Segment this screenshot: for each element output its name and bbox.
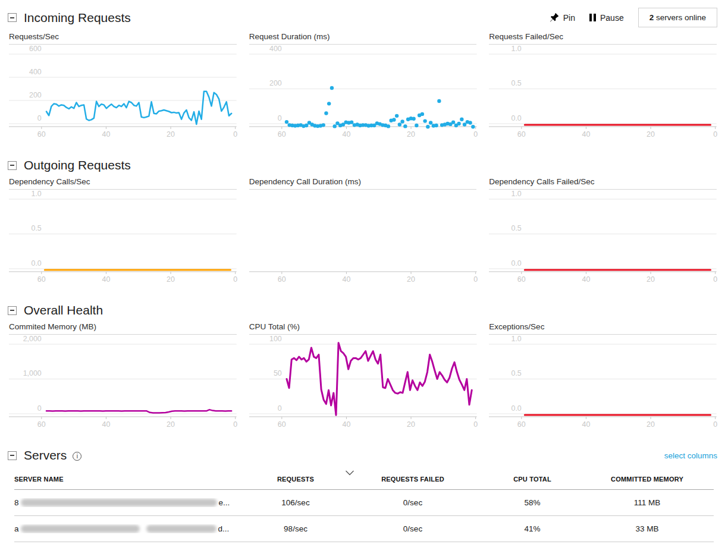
svg-text:400: 400 [269, 45, 282, 53]
server-row-2[interactable]: a d... 98/sec 0/sec 41% 33 MB [14, 516, 714, 542]
servers-online-count: 2 [649, 13, 654, 22]
svg-text:200: 200 [269, 79, 282, 87]
pin-button[interactable]: Pin [550, 12, 575, 23]
chart-requests-failed-per-sec: Requests Failed/Sec 1.00.50.06040200 [489, 32, 717, 140]
redacted-server-name [21, 525, 140, 533]
svg-text:40: 40 [102, 420, 111, 429]
servers-table: SERVER NAME REQUESTS REQUESTS FAILED CPU… [14, 466, 714, 542]
svg-text:60: 60 [37, 275, 46, 284]
svg-text:0: 0 [473, 420, 478, 429]
svg-text:20: 20 [167, 130, 175, 139]
pushpin-icon [550, 12, 559, 23]
svg-text:0.5: 0.5 [512, 224, 522, 232]
section-header-servers: Servers i select columns [0, 444, 728, 466]
exceptions-per-sec-plot: 1.00.50.06040200 [489, 335, 717, 430]
section-title-overall-health: Overall Health [24, 303, 103, 317]
svg-text:20: 20 [407, 275, 415, 284]
svg-text:20: 20 [647, 420, 655, 429]
info-icon[interactable]: i [73, 452, 81, 461]
servers-table-header: SERVER NAME REQUESTS REQUESTS FAILED CPU… [14, 466, 714, 490]
column-header-requests[interactable]: REQUESTS [250, 476, 341, 483]
svg-text:20: 20 [167, 275, 175, 284]
section-title-outgoing-requests: Outgoing Requests [24, 158, 131, 172]
svg-text:0.0: 0.0 [512, 114, 522, 122]
collapse-servers-icon[interactable] [8, 451, 17, 460]
server-name-cell: a d... [14, 524, 250, 533]
svg-text:20: 20 [407, 130, 415, 139]
minus-icon [10, 165, 14, 166]
svg-text:0.5: 0.5 [31, 224, 41, 232]
svg-text:60: 60 [278, 420, 286, 429]
incoming-requests-charts: Requests/Sec 60040020006040200 Request D… [0, 32, 728, 140]
svg-text:200: 200 [29, 91, 42, 99]
svg-text:20: 20 [647, 275, 655, 284]
pause-button[interactable]: Pause [589, 13, 624, 23]
collapse-outgoing-requests-icon[interactable] [8, 161, 17, 170]
svg-text:40: 40 [582, 130, 591, 139]
svg-text:2,000: 2,000 [23, 335, 42, 343]
svg-text:40: 40 [582, 275, 591, 284]
svg-text:0: 0 [233, 420, 237, 429]
svg-text:40: 40 [342, 130, 350, 139]
chart-requests-per-sec: Requests/Sec 60040020006040200 [9, 32, 237, 140]
svg-text:60: 60 [517, 130, 526, 139]
svg-text:0: 0 [473, 275, 478, 284]
select-columns-link[interactable]: select columns [664, 451, 717, 460]
svg-text:50: 50 [274, 369, 282, 377]
redacted-server-name [21, 499, 217, 506]
svg-text:60: 60 [37, 130, 46, 139]
svg-text:0: 0 [233, 130, 237, 139]
svg-text:20: 20 [407, 420, 415, 429]
section-title-incoming-requests: Incoming Requests [24, 11, 131, 25]
column-header-requests-failed[interactable]: REQUESTS FAILED [341, 476, 484, 483]
svg-text:60: 60 [278, 275, 286, 284]
dependency-calls-failed-per-sec-plot: 1.00.50.06040200 [489, 190, 717, 285]
svg-text:40: 40 [102, 130, 111, 139]
requests-failed-value: 0/sec [341, 524, 484, 533]
section-title-servers: Servers [24, 448, 67, 463]
committed-memory-plot: 2,0001,00006040200 [9, 335, 237, 430]
svg-text:40: 40 [342, 275, 350, 284]
svg-text:20: 20 [647, 130, 655, 139]
chart-title: Requests Failed/Sec [489, 32, 717, 45]
servers-online-badge: 2 servers online [638, 8, 717, 27]
chart-title: Commited Memory (MB) [9, 322, 237, 335]
column-header-server-name[interactable]: SERVER NAME [14, 476, 250, 483]
server-row-1[interactable]: 8 e... 106/sec 0/sec 58% 111 MB [14, 490, 714, 516]
svg-text:1.0: 1.0 [512, 45, 522, 53]
svg-text:400: 400 [29, 68, 42, 76]
column-header-cpu-total[interactable]: CPU TOTAL [484, 476, 580, 483]
chart-dependency-call-duration: Dependency Call Duration (ms) 6040200 [249, 177, 477, 285]
sort-chevron-down-icon[interactable] [345, 470, 354, 477]
svg-text:0.0: 0.0 [512, 404, 522, 413]
chart-committed-memory: Commited Memory (MB) 2,0001,00006040200 [9, 322, 237, 430]
chart-title: CPU Total (%) [249, 322, 477, 335]
svg-text:1.0: 1.0 [512, 190, 522, 198]
collapse-incoming-requests-icon[interactable] [8, 13, 17, 22]
svg-text:600: 600 [29, 45, 42, 53]
section-header-incoming-requests: Incoming Requests Pin Pause 2 servers on… [0, 4, 728, 31]
request-duration-plot: 40020006040200 [249, 45, 477, 140]
svg-text:1.0: 1.0 [31, 190, 41, 198]
svg-text:60: 60 [37, 420, 46, 429]
column-header-committed-memory[interactable]: COMMITTED MEMORY [580, 476, 714, 483]
server-name-suffix: e... [219, 498, 230, 507]
section-header-outgoing-requests: Outgoing Requests [0, 154, 728, 176]
chart-dependency-calls-failed-per-sec: Dependency Calls Failed/Sec 1.00.50.0604… [489, 177, 717, 285]
minus-icon [10, 310, 14, 311]
svg-text:0: 0 [278, 114, 282, 122]
server-name-suffix: d... [218, 524, 230, 533]
pause-bars-icon [589, 14, 596, 21]
chart-cpu-total: CPU Total (%) 1005006040200 [249, 322, 477, 430]
chart-title: Request Duration (ms) [249, 32, 477, 45]
toolbar: Pin Pause 2 servers online [550, 8, 717, 27]
svg-text:60: 60 [517, 420, 526, 429]
chart-title: Requests/Sec [9, 32, 237, 45]
live-metrics-page: Incoming Requests Pin Pause 2 servers on… [0, 0, 728, 560]
svg-text:0.5: 0.5 [512, 79, 522, 87]
committed-memory-value: 33 MB [580, 524, 714, 533]
chart-request-duration: Request Duration (ms) 40020006040200 [249, 32, 477, 140]
requests-failed-per-sec-plot: 1.00.50.06040200 [489, 45, 717, 140]
svg-text:0: 0 [473, 130, 478, 139]
collapse-overall-health-icon[interactable] [8, 306, 17, 315]
